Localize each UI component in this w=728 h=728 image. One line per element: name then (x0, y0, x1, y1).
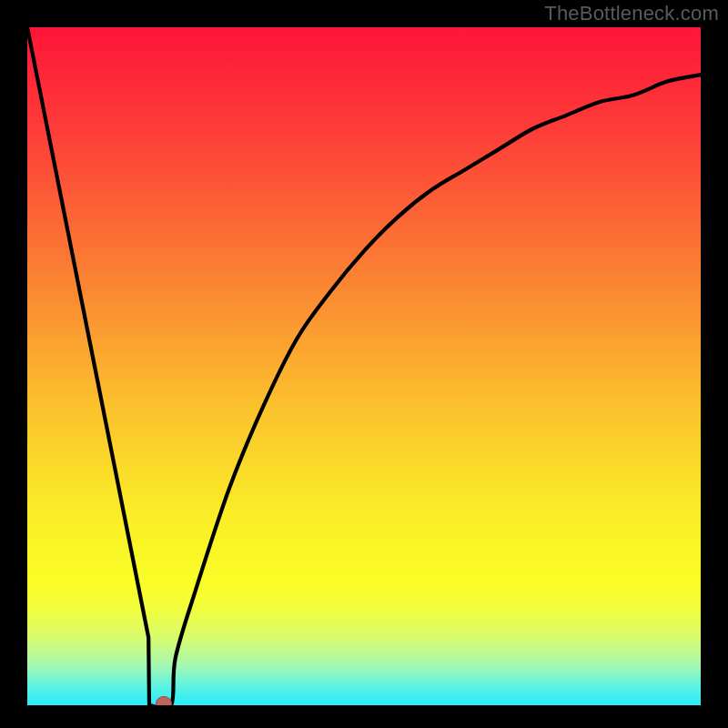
minimum-marker-icon (157, 697, 172, 706)
plot-area (27, 27, 701, 705)
curve-layer (27, 27, 701, 705)
bottleneck-curve (27, 27, 701, 705)
watermark-text: TheBottleneck.com (544, 2, 719, 25)
chart-frame: TheBottleneck.com (0, 0, 728, 728)
